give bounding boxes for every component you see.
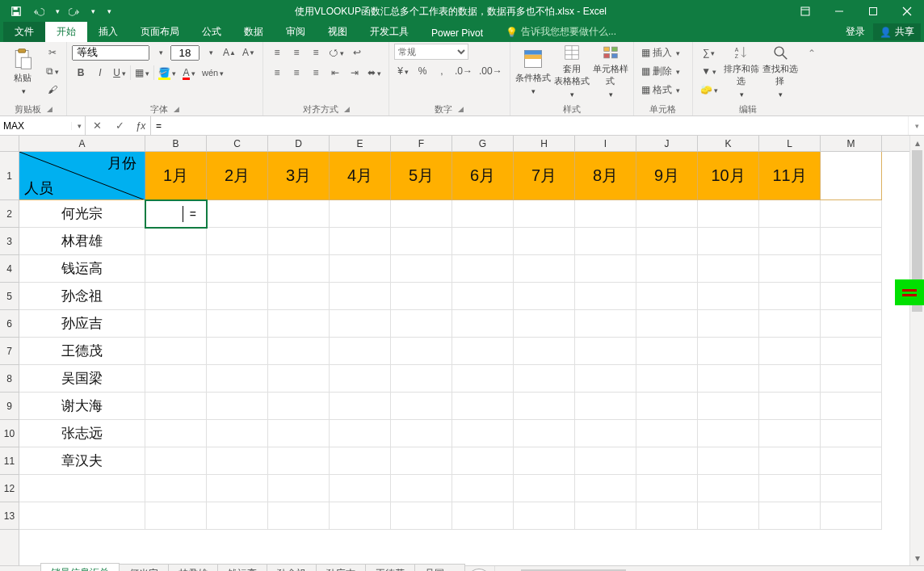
align-left-icon[interactable]: ≡: [268, 64, 286, 82]
cell[interactable]: [698, 255, 759, 283]
cell[interactable]: [452, 447, 514, 475]
save-icon[interactable]: [6, 2, 26, 21]
ribbon-options-icon[interactable]: [788, 0, 822, 23]
cell[interactable]: [514, 200, 575, 228]
cell[interactable]: [821, 393, 882, 420]
cell[interactable]: [636, 447, 698, 475]
cell[interactable]: [575, 228, 636, 255]
cell[interactable]: [268, 255, 330, 283]
cell[interactable]: [452, 475, 514, 502]
column-header[interactable]: M: [821, 136, 882, 151]
cell[interactable]: [821, 447, 882, 475]
conditional-formatting-button[interactable]: 条件格式: [515, 44, 551, 99]
cell[interactable]: 11月: [759, 152, 821, 200]
column-header[interactable]: B: [145, 136, 207, 151]
cell[interactable]: [636, 200, 698, 228]
cell[interactable]: [391, 420, 452, 447]
cell[interactable]: [575, 365, 636, 393]
cell[interactable]: [575, 420, 636, 447]
cell[interactable]: [145, 365, 207, 393]
clear-icon[interactable]: 🧽: [698, 81, 720, 99]
cell[interactable]: [514, 502, 575, 530]
cell[interactable]: [330, 420, 391, 447]
cell[interactable]: [759, 228, 821, 255]
sort-filter-button[interactable]: AZ排序和筛选: [724, 44, 759, 99]
align-right-icon[interactable]: ≡: [307, 64, 325, 82]
align-top-icon[interactable]: ≡: [268, 44, 286, 61]
cell[interactable]: [268, 365, 330, 393]
phonetic-icon[interactable]: wén: [200, 64, 226, 82]
cell[interactable]: [636, 420, 698, 447]
cell[interactable]: [575, 283, 636, 310]
confirm-edit-icon[interactable]: ✓: [108, 116, 131, 135]
cell[interactable]: [514, 283, 575, 310]
row-header[interactable]: 10: [0, 420, 19, 447]
cell[interactable]: [821, 365, 882, 393]
cell[interactable]: [330, 228, 391, 255]
cell[interactable]: 钱运高: [19, 255, 145, 283]
collapse-ribbon-icon[interactable]: ⌃: [803, 42, 821, 60]
name-box-dropdown-icon[interactable]: [71, 122, 85, 130]
column-header[interactable]: K: [698, 136, 759, 151]
column-header[interactable]: I: [575, 136, 636, 151]
cell[interactable]: [268, 502, 330, 530]
cell[interactable]: [268, 228, 330, 255]
cell[interactable]: [698, 200, 759, 228]
cell[interactable]: [268, 447, 330, 475]
cell[interactable]: [207, 475, 268, 502]
cell[interactable]: [330, 365, 391, 393]
borders-icon[interactable]: ▦: [132, 64, 152, 82]
paste-button[interactable]: 粘贴: [5, 44, 40, 99]
row-header[interactable]: 7: [0, 338, 19, 365]
cell[interactable]: [575, 447, 636, 475]
cell[interactable]: [391, 502, 452, 530]
underline-button[interactable]: U: [111, 64, 128, 82]
cell[interactable]: 张志远: [19, 420, 145, 447]
font-size-input[interactable]: [170, 45, 200, 61]
cell[interactable]: [759, 502, 821, 530]
cell[interactable]: [636, 393, 698, 420]
cell[interactable]: [391, 338, 452, 365]
cell[interactable]: [821, 283, 882, 310]
increase-indent-icon[interactable]: ⇥: [346, 64, 363, 82]
cell[interactable]: 10月: [698, 152, 759, 200]
cell[interactable]: [330, 310, 391, 338]
cell[interactable]: [514, 338, 575, 365]
cell[interactable]: [636, 365, 698, 393]
cell[interactable]: [330, 283, 391, 310]
cell[interactable]: [452, 228, 514, 255]
cell[interactable]: [759, 447, 821, 475]
cell[interactable]: [759, 200, 821, 228]
cell[interactable]: [636, 502, 698, 530]
cell[interactable]: [330, 393, 391, 420]
tab-review[interactable]: 审阅: [275, 22, 317, 42]
cell[interactable]: [575, 310, 636, 338]
tab-data[interactable]: 数据: [233, 22, 275, 42]
redo-dropdown-icon[interactable]: [87, 7, 97, 15]
undo-dropdown-icon[interactable]: [52, 7, 61, 15]
row-header[interactable]: 2: [0, 200, 19, 228]
delete-cells-button[interactable]: ▦ 删除: [639, 62, 687, 80]
cell[interactable]: 谢大海: [19, 393, 145, 420]
cell[interactable]: [514, 447, 575, 475]
cell[interactable]: [759, 310, 821, 338]
horizontal-scrollbar[interactable]: ◂ ▸: [494, 566, 924, 571]
cell[interactable]: [268, 338, 330, 365]
cell[interactable]: 5月: [391, 152, 452, 200]
cell[interactable]: [207, 502, 268, 530]
close-icon[interactable]: [890, 0, 924, 23]
column-header[interactable]: C: [207, 136, 268, 151]
tab-file[interactable]: 文件: [3, 22, 45, 42]
cell[interactable]: [207, 338, 268, 365]
shrink-font-icon[interactable]: A▼: [240, 44, 258, 61]
bold-button[interactable]: B: [72, 64, 90, 82]
tell-me[interactable]: 💡告诉我您想要做什么...: [494, 22, 628, 42]
row-header[interactable]: 8: [0, 365, 19, 393]
cell[interactable]: [207, 310, 268, 338]
row-header[interactable]: 5: [0, 283, 19, 310]
wrap-text-icon[interactable]: ↩: [348, 44, 366, 61]
tab-view[interactable]: 视图: [317, 22, 359, 42]
cell[interactable]: [391, 310, 452, 338]
cell[interactable]: [145, 447, 207, 475]
dialog-launcher-icon[interactable]: ◢: [43, 105, 52, 113]
